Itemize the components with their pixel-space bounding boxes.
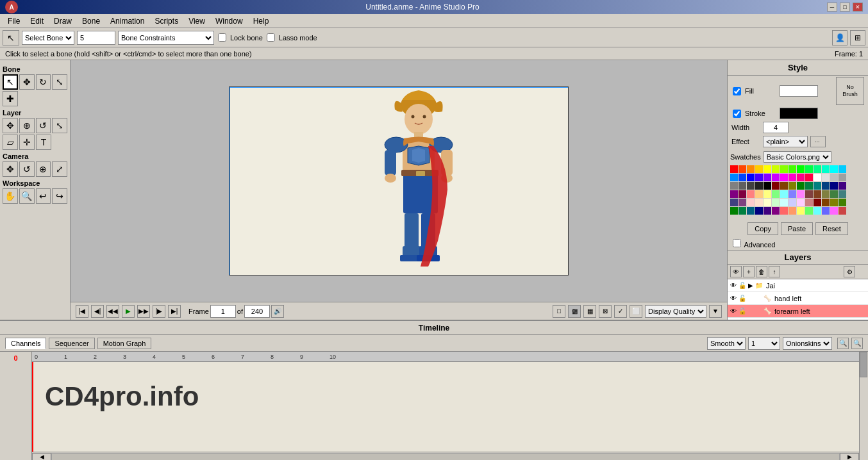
color-swatch-cell[interactable] [764, 165, 771, 173]
maximize-button[interactable]: □ [840, 3, 850, 12]
bone-constraints-dropdown[interactable]: Bone Constraints [118, 31, 214, 45]
layer-scale-tool[interactable]: ⤡ [52, 118, 67, 133]
layers-move-up-btn[interactable]: ↑ [769, 266, 780, 277]
color-swatch-cell[interactable] [739, 165, 746, 173]
layers-settings-btn[interactable]: ⚙ [844, 266, 855, 277]
prev-frame-btn[interactable]: ◀◀ [106, 305, 119, 318]
layer-item[interactable]: 👁 🔓 ▶ 📁 Jai [728, 279, 868, 292]
speed-select[interactable]: 1 2 [748, 337, 780, 350]
timeline-content[interactable]: 012345678910 CD4pro.info ◀ ▶ [32, 352, 859, 460]
timeline-v-thumb[interactable] [860, 352, 867, 377]
color-swatch-cell[interactable] [730, 165, 738, 173]
fill-color-swatch[interactable] [780, 85, 818, 97]
color-swatch-cell[interactable] [805, 207, 813, 215]
layer-eye-icon[interactable]: 👁 [730, 282, 737, 289]
color-swatch-cell[interactable] [839, 165, 846, 173]
color-swatch-cell[interactable] [822, 182, 830, 190]
layers-add-btn[interactable]: + [743, 266, 755, 277]
color-swatch-cell[interactable] [780, 165, 788, 173]
color-swatch-cell[interactable] [780, 207, 788, 215]
color-swatch-cell[interactable] [805, 190, 813, 198]
color-swatch-cell[interactable] [747, 190, 755, 198]
timeline-v-scrollbar[interactable] [859, 352, 868, 460]
layer-move-tool[interactable]: ✥ [3, 118, 18, 133]
effect-select[interactable]: <plain> [763, 136, 808, 147]
color-swatch-cell[interactable] [822, 165, 830, 173]
width-input[interactable] [763, 122, 789, 133]
prev-key-btn[interactable]: ◀| [91, 305, 104, 318]
total-frames-input[interactable] [244, 305, 270, 318]
color-swatch-cell[interactable] [739, 190, 746, 198]
layer-bone-tool[interactable]: ✛ [19, 135, 35, 150]
minimize-button[interactable]: ─ [827, 3, 837, 12]
layer-lock-icon[interactable]: 🔓 [739, 308, 746, 315]
color-swatch-cell[interactable] [772, 190, 780, 198]
color-swatch-cell[interactable] [755, 207, 763, 215]
lock-bone-checkbox[interactable] [218, 33, 226, 42]
layer-shear-tool[interactable]: ▱ [3, 135, 18, 150]
color-swatch-cell[interactable] [830, 182, 838, 190]
tab-sequencer[interactable]: Sequencer [49, 338, 94, 349]
layer-item[interactable]: 👁 🔓 🦴 forearm left [728, 305, 868, 318]
paste-button[interactable]: Paste [781, 222, 813, 235]
color-swatch-cell[interactable] [822, 190, 830, 198]
audio-btn[interactable]: 🔊 [271, 305, 284, 318]
quality-btn-3[interactable]: ▦ [583, 305, 596, 318]
frame-input[interactable] [210, 305, 236, 318]
color-swatch-cell[interactable] [755, 190, 763, 198]
color-swatch-cell[interactable] [830, 207, 838, 215]
layers-delete-btn[interactable]: 🗑 [756, 266, 767, 277]
color-swatch-cell[interactable] [789, 190, 796, 198]
menu-animation[interactable]: Animation [105, 15, 149, 27]
next-frame-btn[interactable]: ▶▶ [137, 305, 150, 318]
swatches-select[interactable]: Basic Colors.png [764, 151, 831, 163]
quality-btn-2[interactable]: ▩ [568, 305, 581, 318]
display-quality-select[interactable]: Display Quality Low Medium High [645, 305, 706, 318]
color-swatch-cell[interactable] [747, 199, 755, 206]
timeline-zoom-out-btn[interactable]: 🔍 [837, 338, 849, 349]
color-swatch-cell[interactable] [830, 165, 838, 173]
color-swatch-cell[interactable] [814, 199, 821, 206]
bone-add-tool[interactable]: ✚ [3, 91, 18, 106]
color-swatch-cell[interactable] [772, 199, 780, 206]
go-end-btn[interactable]: ▶| [168, 305, 181, 318]
camera-tilt-tool[interactable]: ⤢ [52, 161, 67, 177]
color-swatch-cell[interactable] [839, 199, 846, 206]
color-swatch-cell[interactable] [822, 174, 830, 181]
color-swatch-cell[interactable] [839, 190, 846, 198]
color-swatch-cell[interactable] [805, 165, 813, 173]
tab-channels[interactable]: Channels [5, 338, 46, 349]
color-swatch-cell[interactable] [772, 165, 780, 173]
tool-select-dropdown[interactable]: Select Bone [22, 31, 74, 45]
color-swatch-cell[interactable] [789, 207, 796, 215]
color-swatch-cell[interactable] [772, 207, 780, 215]
quality-down-btn[interactable]: ▼ [709, 305, 722, 318]
color-swatch-cell[interactable] [747, 182, 755, 190]
workspace-redo-tool[interactable]: ↪ [52, 188, 67, 204]
fill-checkbox[interactable] [733, 87, 741, 95]
menu-scripts[interactable]: Scripts [149, 15, 183, 27]
color-swatch-cell[interactable] [747, 165, 755, 173]
color-swatch-cell[interactable] [805, 182, 813, 190]
no-brush-button[interactable]: NoBrush [836, 77, 864, 105]
tool-arrow-btn[interactable]: ↖ [3, 30, 19, 45]
smooth-select[interactable]: Smooth Linear Step [707, 337, 746, 350]
layers-eye-btn[interactable]: 👁 [730, 266, 742, 277]
color-swatch-cell[interactable] [797, 182, 805, 190]
color-swatch-cell[interactable] [797, 165, 805, 173]
tab-motion-graph[interactable]: Motion Graph [97, 338, 152, 349]
color-swatch-cell[interactable] [789, 199, 796, 206]
color-swatch-cell[interactable] [739, 207, 746, 215]
next-key-btn[interactable]: |▶ [153, 305, 165, 318]
copy-button[interactable]: Copy [747, 222, 778, 235]
lasso-mode-checkbox[interactable] [267, 33, 275, 42]
color-swatch-cell[interactable] [739, 182, 746, 190]
layer-eye-icon[interactable]: 👁 [730, 295, 737, 302]
timeline-zoom-in-btn[interactable]: 🔍 [851, 338, 863, 349]
color-swatch-cell[interactable] [764, 190, 771, 198]
menu-help[interactable]: Help [248, 15, 274, 27]
bone-rotate-tool[interactable]: ↻ [36, 74, 51, 90]
color-swatch-cell[interactable] [797, 207, 805, 215]
layer-rotate-tool[interactable]: ↺ [36, 118, 51, 133]
color-swatch-cell[interactable] [839, 182, 846, 190]
